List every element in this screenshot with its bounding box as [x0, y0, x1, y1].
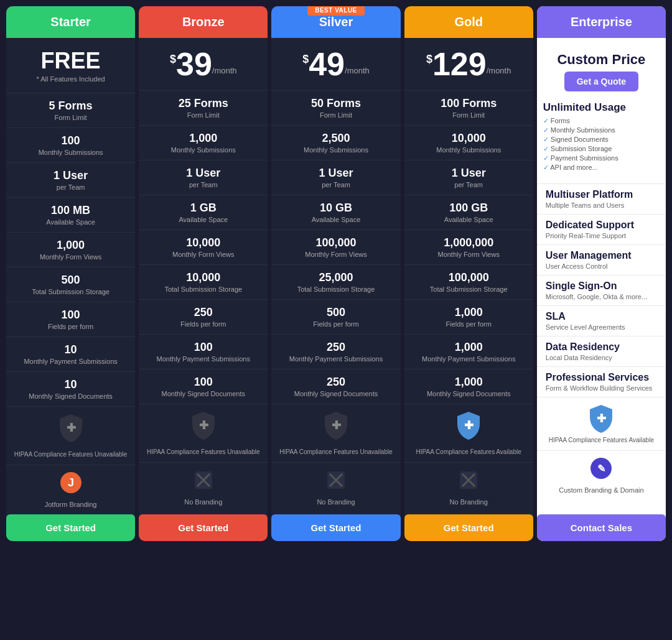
enterprise-features: Multiuser Platform Multiple Teams and Us… — [537, 183, 666, 514]
enterprise-feature-title: SLA — [546, 311, 657, 322]
unlimited-title: Unlimited Usage — [543, 101, 660, 114]
svg-text:✚: ✚ — [331, 419, 340, 432]
cta-button-enterprise[interactable]: Contact Sales — [537, 514, 666, 541]
branding-icon: J — [11, 471, 130, 498]
unlimited-item: Submission Storage — [543, 144, 660, 154]
sub-storage-label: Total Submission Storage — [14, 288, 128, 295]
get-quote-button[interactable]: Get a Quote — [564, 72, 638, 91]
submissions-value: 1,000 — [146, 132, 260, 145]
feature-forms: 25 Forms Form Limit — [139, 90, 268, 125]
enterprise-feature: Dedicated Support Priority Real-Time Sup… — [537, 214, 666, 244]
enterprise-branding-icon: ✎ — [546, 457, 657, 484]
plan-price-dollar: $ — [426, 53, 432, 66]
payment-sub-value: 1,000 — [412, 341, 526, 354]
enterprise-feature-sub: Form & Workflow Building Services — [546, 384, 657, 392]
submissions-label: Monthly Submissions — [146, 146, 260, 154]
enterprise-price-area: Custom Price Get a Quote Unlimited Usage… — [537, 38, 666, 183]
signed-docs-label: Monthly Signed Documents — [412, 390, 526, 397]
feature-payment-submissions: 250 Monthly Payment Submissions — [271, 334, 400, 369]
feature-forms: 50 Forms Form Limit — [271, 90, 400, 125]
plan-name: Bronze — [145, 15, 261, 29]
branding-text: No Branding — [276, 498, 395, 506]
enterprise-feature-sub: Service Level Agreements — [546, 323, 657, 331]
enterprise-header: Enterprise — [537, 6, 666, 38]
feature-users: 1 User per Team — [271, 160, 400, 195]
branding-icon — [276, 469, 395, 496]
plan-card-silver: BEST VALUE Silver $ 49 /month 50 Forms F… — [271, 6, 400, 541]
feature-payment-submissions: 100 Monthly Payment Submissions — [139, 334, 268, 369]
enterprise-feature: Single Sign-On Microsoft, Google, Okta &… — [537, 275, 666, 305]
branding-icon — [409, 469, 528, 496]
storage-value: 10 GB — [279, 202, 393, 215]
feature-form-views: 1,000,000 Monthly Form Views — [404, 230, 533, 264]
submissions-label: Monthly Submissions — [279, 146, 393, 154]
plan-name: Silver — [278, 15, 394, 29]
feature-users: 1 User per Team — [404, 160, 533, 195]
sub-storage-label: Total Submission Storage — [146, 285, 260, 293]
feature-storage: 10 GB Available Space — [271, 195, 400, 230]
plan-features: 25 Forms Form Limit 1,000 Monthly Submis… — [139, 90, 268, 514]
svg-text:✚: ✚ — [597, 412, 606, 425]
feature-forms: 5 Forms Form Limit — [6, 93, 135, 128]
payment-sub-value: 10 — [14, 343, 128, 356]
unlimited-list: FormsMonthly SubmissionsSigned Documents… — [543, 116, 660, 172]
unlimited-item: Monthly Submissions — [543, 126, 660, 135]
hipaa-icon: ✚ — [144, 410, 263, 445]
sub-storage-label: Total Submission Storage — [412, 285, 526, 293]
plan-price-period: /month — [487, 66, 511, 75]
feature-form-views: 10,000 Monthly Form Views — [139, 230, 268, 264]
storage-label: Available Space — [412, 216, 526, 223]
feature-submissions: 1,000 Monthly Submissions — [139, 125, 268, 160]
feature-submissions: 100 Monthly Submissions — [6, 128, 135, 162]
forms-label: Form Limit — [412, 111, 526, 119]
svg-text:✚: ✚ — [198, 419, 208, 432]
forms-value: 100 Forms — [412, 97, 526, 110]
storage-label: Available Space — [279, 216, 393, 223]
cta-button-bronze[interactable]: Get Started — [139, 514, 268, 541]
plan-price-dollar: $ — [302, 53, 309, 66]
payment-sub-label: Monthly Payment Submissions — [412, 355, 526, 363]
feature-fields: 1,000 Fields per form — [404, 299, 533, 334]
plan-name: Gold — [411, 15, 527, 29]
feature-submission-storage: 100,000 Total Submission Storage — [404, 264, 533, 299]
feature-signed-docs: 100 Monthly Signed Documents — [139, 369, 268, 404]
signed-docs-value: 100 — [146, 376, 260, 389]
feature-payment-submissions: 1,000 Monthly Payment Submissions — [404, 334, 533, 369]
unlimited-item: Signed Documents — [543, 135, 660, 144]
storage-label: Available Space — [146, 216, 260, 223]
feature-payment-submissions: 10 Monthly Payment Submissions — [6, 336, 135, 371]
submissions-label: Monthly Submissions — [14, 149, 128, 156]
hipaa-icon: ✚ — [11, 413, 130, 448]
enterprise-branding: ✎ Custom Branding & Domain — [537, 450, 666, 500]
plan-header: Starter — [6, 6, 135, 38]
enterprise-feature: User Management User Access Control — [537, 244, 666, 275]
forms-value: 25 Forms — [146, 97, 260, 110]
hipaa-area: ✚ HIPAA Compliance Features Unavailable — [139, 404, 268, 462]
hipaa-icon: ✚ — [276, 410, 395, 445]
signed-docs-value: 250 — [279, 376, 393, 389]
svg-text:J: J — [68, 476, 74, 489]
fields-label: Fields per form — [146, 320, 260, 328]
unlimited-item: Forms — [543, 116, 660, 126]
form-views-label: Monthly Form Views — [146, 251, 260, 258]
storage-value: 100 GB — [412, 202, 526, 215]
enterprise-feature: Professional Services Form & Workflow Bu… — [537, 366, 666, 397]
plan-features: 50 Forms Form Limit 2,500 Monthly Submis… — [271, 90, 400, 514]
branding-area: No Branding — [404, 462, 533, 512]
feature-signed-docs: 1,000 Monthly Signed Documents — [404, 369, 533, 404]
pricing-grid: Starter FREE * All Features Included 5 F… — [6, 6, 666, 541]
cta-button-starter[interactable]: Get Started — [6, 514, 135, 541]
plan-features: 5 Forms Form Limit 100 Monthly Submissio… — [6, 93, 135, 514]
forms-label: Form Limit — [279, 111, 393, 119]
signed-docs-value: 1,000 — [412, 376, 526, 389]
enterprise-feature-title: Multiuser Platform — [546, 189, 657, 200]
storage-value: 100 MB — [14, 204, 128, 217]
enterprise-feature-sub: Multiple Teams and Users — [546, 202, 657, 209]
feature-form-views: 1,000 Monthly Form Views — [6, 232, 135, 267]
fields-value: 500 — [279, 306, 393, 319]
sub-storage-value: 25,000 — [279, 271, 393, 284]
branding-text: No Branding — [144, 498, 263, 506]
cta-button-silver[interactable]: Get Started — [271, 514, 400, 541]
cta-button-gold[interactable]: Get Started — [404, 514, 533, 541]
feature-form-views: 100,000 Monthly Form Views — [271, 230, 400, 264]
